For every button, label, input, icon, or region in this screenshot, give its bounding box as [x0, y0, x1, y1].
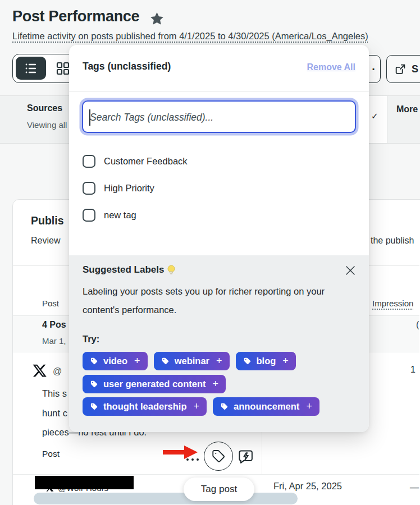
page-title: Post Performance — [12, 8, 139, 25]
share-button[interactable]: S — [386, 55, 420, 83]
post-performance-page: Post Performance Lifetime activity on po… — [0, 0, 420, 505]
tags-popover: Tags (unclassified) Remove All Customer … — [69, 45, 369, 432]
suggested-label-pill[interactable]: announcement+ — [213, 397, 319, 416]
grid-view-icon — [56, 62, 70, 75]
summary-title: 4 Pos — [42, 320, 66, 330]
suggested-label-pill[interactable]: blog+ — [236, 352, 296, 370]
tag-post-button[interactable] — [204, 442, 233, 471]
tag-option-label: Customer Feedback — [104, 156, 188, 167]
suggested-label-pill[interactable]: webinar+ — [154, 352, 230, 370]
summary-date-range: Mar 1, — [42, 336, 66, 346]
x-network-icon — [33, 364, 47, 380]
divider — [69, 91, 369, 92]
checkbox[interactable] — [83, 209, 95, 222]
post-date: Fri, Apr 25, 2025 — [273, 481, 342, 492]
tag-icon — [90, 380, 98, 388]
overflow-dot: · — [372, 63, 376, 76]
tag-icon — [161, 357, 170, 365]
export-icon — [394, 63, 407, 75]
impressions-value: 1 — [387, 365, 416, 375]
tag-icon — [211, 449, 226, 463]
summary-value-fragment: ( — [416, 320, 419, 330]
post-type-label: Post — [42, 449, 60, 459]
sources-filter-value: Viewing all — [27, 120, 67, 130]
column-header-impressions[interactable]: Impression — [372, 299, 413, 308]
favorite-star-icon[interactable] — [149, 11, 165, 29]
pill-row: user generated content+ — [83, 375, 226, 393]
tag-option-label: High Priority — [104, 183, 154, 194]
popover-title: Tags (unclassified) — [83, 61, 171, 72]
list-view-button[interactable] — [16, 57, 46, 80]
tag-icon — [243, 357, 252, 365]
card-heading: Publis — [31, 214, 64, 227]
pill-row: thought leadership+ announcement+ — [83, 397, 319, 416]
tag-search-field — [82, 100, 356, 133]
pill-row: video+ webinar+ blog+ — [83, 352, 296, 370]
suggested-label-pill[interactable]: video+ — [83, 352, 148, 370]
check-icon: ✓ — [371, 111, 378, 121]
tag-option-row[interactable]: new tag — [83, 208, 136, 222]
tag-icon — [90, 357, 98, 365]
tag-option-label: new tag — [104, 210, 136, 221]
suggested-labels-description: Labeling your posts sets you up for rich… — [83, 282, 359, 319]
suggested-label-pill[interactable]: user generated content+ — [83, 375, 226, 393]
ellipsis-menu-icon[interactable] — [185, 454, 201, 464]
lightbulb-icon — [166, 264, 176, 276]
tag-icon — [220, 402, 229, 411]
suggested-labels-title: Suggested Labels — [83, 264, 176, 276]
checkbox[interactable] — [83, 155, 95, 168]
horizontal-scrollbar[interactable] — [34, 493, 298, 504]
tag-search-input[interactable] — [89, 103, 349, 132]
date-range-link[interactable]: Lifetime activity on posts published fro… — [12, 31, 368, 42]
try-label: Try: — [83, 334, 99, 345]
boost-comment-icon[interactable] — [237, 448, 254, 467]
close-icon[interactable] — [344, 264, 357, 279]
metric-dash: — — [410, 483, 419, 493]
text-caret — [89, 109, 90, 126]
suggested-label-pill[interactable]: thought leadership+ — [83, 397, 207, 416]
tag-option-row[interactable]: Customer Feedback — [83, 154, 188, 168]
tag-post-tooltip: Tag post — [184, 478, 254, 501]
list-view-icon — [24, 62, 38, 75]
tag-icon — [90, 402, 98, 411]
redaction-bar — [35, 476, 134, 489]
row-divider — [13, 474, 419, 475]
card-subheading-right: the publish — [371, 236, 414, 246]
sources-filter-label[interactable]: Sources — [27, 103, 62, 113]
post-text-line: hunt c — [42, 408, 67, 419]
column-header-post: Post — [42, 299, 59, 308]
suggested-labels-panel: Suggested Labels Labeling your posts set… — [69, 255, 369, 432]
more-filter-label[interactable]: More — [396, 104, 418, 114]
checkbox[interactable] — [83, 182, 95, 195]
remove-all-link[interactable]: Remove All — [307, 62, 355, 72]
post-text-line: This s — [42, 388, 67, 399]
post-handle-fragment: @ — [53, 366, 62, 377]
tag-option-row[interactable]: High Priority — [83, 181, 154, 195]
share-button-label: S — [412, 63, 418, 75]
card-subheading-left: Review — [31, 236, 60, 246]
